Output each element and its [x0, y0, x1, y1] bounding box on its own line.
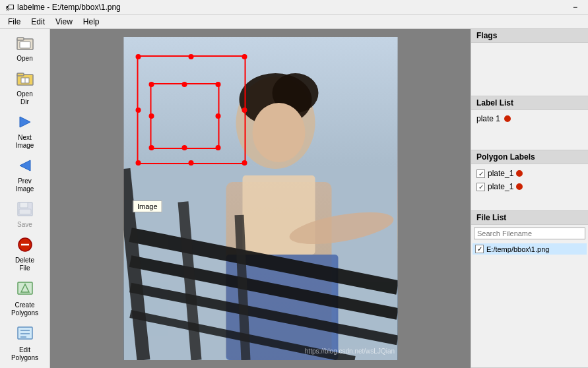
- edit-polygons-icon: [16, 325, 34, 345]
- svg-rect-1: [17, 38, 24, 40]
- menu-view[interactable]: View: [50, 16, 78, 28]
- svg-point-28: [252, 103, 305, 162]
- label-list-content: plate 1: [471, 110, 588, 150]
- open-dir-button[interactable]: OpenDir: [5, 67, 46, 109]
- create-polygons-label: CreatePolygons: [11, 301, 38, 317]
- save-label: Save: [17, 221, 32, 229]
- toolbar: Open OpenDir NextImage: [0, 29, 50, 368]
- polygon-labels-content: plate_1 plate_1: [471, 164, 588, 210]
- titlebar: 🏷 labelme - E:/temp/bbox\1.png −: [0, 0, 588, 15]
- file-search-input[interactable]: [474, 228, 585, 239]
- right-panel: Flags Label List plate 1 Polygon Labels …: [471, 29, 588, 368]
- main-layout: Open OpenDir NextImage: [0, 29, 588, 368]
- create-polygons-icon: [16, 280, 34, 300]
- main-image: Image https://blog.csdn.net/wsLJQian: [123, 37, 397, 360]
- delete-file-button[interactable]: DeleteFile: [5, 233, 46, 276]
- svg-rect-11: [19, 209, 31, 214]
- svg-marker-7: [20, 117, 30, 127]
- app-icon: 🏷: [5, 2, 15, 13]
- next-image-button[interactable]: NextImage: [5, 111, 46, 153]
- label-item-text: plate 1: [476, 114, 500, 123]
- poly-dot-2: [516, 183, 523, 190]
- poly-label-2: plate_1: [488, 182, 513, 191]
- svg-rect-10: [20, 202, 28, 208]
- label-dot: [504, 115, 511, 122]
- svg-marker-8: [20, 160, 30, 171]
- window-controls: −: [568, 3, 583, 12]
- edit-polygons-button[interactable]: EditPolygons: [5, 322, 46, 365]
- menubar: File Edit View Help: [0, 15, 588, 29]
- label-item[interactable]: plate 1: [474, 113, 585, 125]
- open-dir-label: OpenDir: [16, 90, 32, 106]
- delete-file-label: DeleteFile: [15, 257, 34, 272]
- menu-edit[interactable]: Edit: [26, 16, 50, 28]
- prev-image-label: PrevImage: [16, 177, 34, 193]
- menu-help[interactable]: Help: [78, 16, 105, 28]
- edit-polygons-label: EditPolygons: [11, 346, 38, 362]
- file-list-content: ✓ E:/temp/bbox\1.png: [471, 242, 588, 256]
- flags-section: Flags: [471, 29, 588, 96]
- file-list-header: File List: [471, 211, 588, 225]
- poly-label-1: plate_1: [488, 169, 513, 178]
- menu-file[interactable]: File: [3, 16, 26, 28]
- open-dir-icon: [16, 71, 34, 89]
- file-list-section: File List ✓ E:/temp/bbox\1.png: [471, 211, 588, 368]
- polygon-labels-header: Polygon Labels: [471, 150, 588, 164]
- file-name-1: E:/temp/bbox\1.png: [486, 245, 549, 253]
- delete-icon: [16, 237, 34, 255]
- file-checkbox-1[interactable]: ✓: [475, 245, 484, 253]
- title-text: labelme - E:/temp/bbox\1.png: [17, 3, 121, 12]
- poly-checkbox-1[interactable]: [476, 169, 485, 178]
- label-list-header: Label List: [471, 96, 588, 110]
- next-image-icon: [16, 114, 34, 133]
- poly-checkbox-2[interactable]: [476, 183, 485, 191]
- open-button[interactable]: Open: [5, 32, 46, 66]
- create-polygons-button[interactable]: CreatePolygons: [5, 277, 46, 321]
- minimize-btn[interactable]: −: [568, 3, 583, 12]
- next-image-label: NextImage: [16, 134, 34, 150]
- svg-line-38: [239, 215, 245, 360]
- poly-dot-1: [516, 170, 523, 177]
- open-label: Open: [16, 55, 32, 63]
- save-icon: [16, 201, 34, 220]
- prev-image-icon: [16, 158, 34, 176]
- open-icon: [16, 35, 34, 53]
- polygon-item-2[interactable]: plate_1: [474, 180, 585, 193]
- polygon-labels-section: Polygon Labels plate_1 plate_1: [471, 150, 588, 211]
- label-list-section: Label List plate 1: [471, 96, 588, 150]
- svg-rect-2: [20, 42, 30, 48]
- flags-header: Flags: [471, 29, 588, 43]
- file-item-1[interactable]: ✓ E:/temp/bbox\1.png: [473, 243, 587, 255]
- prev-image-button[interactable]: PrevImage: [5, 154, 46, 197]
- canvas-area[interactable]: Image https://blog.csdn.net/wsLJQian: [50, 29, 471, 368]
- svg-rect-4: [17, 73, 24, 76]
- image-container: Image https://blog.csdn.net/wsLJQian: [123, 37, 397, 360]
- polygon-item-1[interactable]: plate_1: [474, 167, 585, 180]
- flags-content: [471, 43, 588, 96]
- save-button[interactable]: Save: [5, 198, 46, 232]
